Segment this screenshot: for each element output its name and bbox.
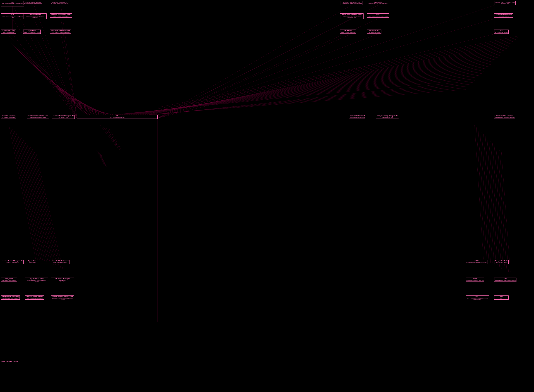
- node-dps-comm[interactable]: DPS DPS Communications Service: [77, 115, 158, 119]
- node-county-sheriff[interactable]: County Sheriff County Public Safety Disp…: [1, 278, 17, 282]
- node-sub: County Road and Bridge: [2, 32, 15, 33]
- node-sub: Municipal PWD: [495, 3, 515, 5]
- svg-line-126: [487, 138, 496, 265]
- node-txdot-abilene[interactable]: TxDOT TxDOT Abilene District Traffic Con…: [466, 295, 489, 301]
- node-txdot4[interactable]: TxDOT TxDOT: [494, 295, 509, 300]
- node-txdot3[interactable]: TxDOT TxDOT Central Texas Maintenance Se…: [367, 14, 389, 18]
- node-title: DPS Division of Emergency Management: [52, 278, 74, 281]
- node-rail-operations[interactable]: Rail Operations Center Rail Operations C…: [494, 260, 509, 264]
- node-tceq[interactable]: Texas Commission on Environmental TCEQ M…: [27, 115, 49, 119]
- node-title: Pipeline Group: [26, 260, 39, 262]
- node-dps-emergency[interactable]: DPS DPS Emergency Vehicles: [494, 30, 509, 34]
- svg-line-34: [32, 65, 91, 115]
- node-sub: City of Brentwood EOC: [377, 117, 398, 118]
- node-central-texas-rural[interactable]: Central Texas Rural Transit District CAR…: [50, 30, 71, 34]
- svg-line-144: [98, 151, 104, 165]
- node-municipal-police[interactable]: Municipal/County Public Safety Municipal…: [1, 295, 20, 300]
- node-independent-school[interactable]: Independent School Districts Independent…: [23, 1, 42, 5]
- node-title: Abilene Fire Department: [2, 115, 15, 117]
- svg-line-31: [27, 59, 89, 115]
- svg-line-123: [482, 132, 491, 263]
- node-sub: National Weather Service Operations Offi…: [495, 280, 516, 281]
- node-txdot-crash[interactable]: TxDOT TxDOT Statewide Crash Reporting Sy…: [466, 260, 488, 264]
- node-municipal-public-works[interactable]: Municipal Public Works Department Munici…: [494, 1, 515, 5]
- svg-line-11: [158, 5, 494, 118]
- node-national-em[interactable]: National Emergency and Public Safety Wes…: [51, 295, 74, 301]
- node-city-abilene2[interactable]: City of Abilene City of Abilene Street S…: [340, 30, 356, 34]
- node-sub: City of Abilene Fire Dispatch: [2, 117, 15, 118]
- node-regional-medical[interactable]: Regional Medical Center Private and Coun…: [25, 278, 48, 283]
- svg-line-42: [46, 79, 98, 115]
- diagram-container: TxDOT TxDOT Statewide District Traffic M…: [0, 0, 534, 392]
- node-abilene-traffic[interactable]: Abilene Traffic Operations Division City…: [340, 14, 363, 19]
- svg-line-12: [158, 19, 351, 118]
- node-sub: West Central Texas Incident and Mutual A…: [52, 298, 74, 300]
- node-national-weather[interactable]: NWS National Weather Service Operations …: [494, 278, 516, 282]
- svg-line-116: [106, 127, 120, 149]
- node-sub: Capodichino Families Transportation Oper…: [24, 16, 46, 19]
- svg-line-51: [63, 95, 107, 115]
- node-county-municipal-eoc[interactable]: County and Municipal Emergency Man Count…: [1, 260, 24, 264]
- svg-line-56: [72, 104, 111, 115]
- node-brentwood-police[interactable]: Brentwood Police Department City of Bren…: [494, 115, 515, 119]
- node-county-municipal-em1[interactable]: County and Municipal Emergency Man City …: [52, 115, 75, 119]
- node-title: National Emergency and Public Safety: [52, 296, 74, 298]
- node-sub: Commercial Vehicles: [495, 16, 512, 17]
- svg-line-0: [13, 5, 77, 118]
- node-pipeline-group[interactable]: Pipeline Group Pipeline Group: [25, 260, 39, 264]
- svg-line-30: [25, 57, 89, 115]
- node-county-municipal-em2[interactable]: County and Municipal Emergency Man City …: [376, 115, 399, 119]
- node-sub: City of Abilene Street Services: [341, 32, 355, 33]
- svg-line-53: [66, 98, 109, 115]
- node-aquamount[interactable]: Aquamount Small Business Express Granite…: [50, 14, 72, 18]
- node-capodichino[interactable]: Capodichino Families Capodichino Familie…: [23, 14, 46, 19]
- node-dps-emergency-mgmt[interactable]: DPS Division of Emergency Management Sta…: [51, 278, 74, 283]
- svg-line-39: [41, 73, 97, 115]
- node-sub: City of Brentwood Traffic Operations Cen…: [341, 3, 362, 5]
- node-txdot-district[interactable]: TxDOT TxDOT Statewide District Web Page: [466, 278, 484, 282]
- node-txdot2[interactable]: TxDOT TxDOT Abilene District Traffic Man…: [1, 14, 24, 19]
- node-sub: TxDOT Central Texas Maintenance Section: [368, 16, 388, 17]
- svg-line-84: [158, 81, 474, 115]
- svg-line-99: [13, 129, 39, 260]
- node-title: TxDOT: [2, 14, 23, 15]
- svg-line-81: [118, 75, 480, 115]
- node-title: TxDOT: [466, 278, 484, 280]
- node-txdot-statewide[interactable]: TxDOT TxDOT Statewide District Traffic M…: [1, 1, 24, 6]
- node-sub: Private Tow/Wrecker Dispatch: [52, 262, 69, 263]
- svg-line-97: [9, 125, 36, 260]
- node-county-road[interactable]: County Road and Bridge County Road and B…: [1, 30, 16, 34]
- node-brentwood-street[interactable]: Brentwood Street Department City of Bren…: [340, 1, 362, 5]
- svg-line-50: [61, 93, 106, 115]
- node-abilene-police[interactable]: Abilene Police Department City of Abilen…: [349, 115, 365, 119]
- svg-line-130: [494, 145, 503, 269]
- node-capital-transit[interactable]: Capital Transit Capital Transit Operatio…: [23, 30, 41, 34]
- svg-line-121: [478, 129, 487, 261]
- node-private-tow[interactable]: Private Tow/Wrecker Providers Private To…: [51, 260, 70, 264]
- node-title: City of Brentwood: [368, 30, 381, 32]
- node-commercial-vehicle2[interactable]: Commercial Vehicle Operations Private Fl…: [25, 295, 44, 300]
- svg-line-63: [150, 43, 512, 115]
- svg-line-89: [149, 89, 466, 115]
- node-title: Hill Country Transit District: [51, 1, 68, 3]
- node-city-brentwood[interactable]: City of Brentwood City of Brentwood PWD: [367, 30, 381, 34]
- node-abilene-fire[interactable]: Abilene Fire Department City of Abilene …: [1, 115, 16, 119]
- svg-line-124: [483, 134, 492, 263]
- svg-line-55: [70, 102, 111, 115]
- node-commercial-vehicle[interactable]: Commercial Vehicle Operations Commercial…: [494, 14, 513, 18]
- svg-line-59: [158, 36, 519, 107]
- svg-line-29: [23, 56, 89, 115]
- node-title: Regional Medical Center: [26, 278, 48, 280]
- node-title: TxDOT: [495, 296, 508, 298]
- svg-line-72: [134, 59, 496, 115]
- node-hill-country-transit[interactable]: Hill Country Transit District Hill Count…: [50, 1, 69, 5]
- svg-line-65: [147, 47, 509, 115]
- svg-line-106: [25, 141, 52, 263]
- node-county-public-safety-dispatch[interactable]: County Public Safety Dispatch: [0, 360, 18, 363]
- node-title: County Sheriff: [2, 278, 16, 280]
- node-title: Rail Operations Center: [495, 260, 508, 262]
- node-sub: Capital Transit Operations Center: [24, 32, 40, 33]
- svg-line-114: [102, 125, 118, 147]
- node-city-abilene-top[interactable]: City of Abilene City of Abilene Traffic …: [367, 1, 388, 5]
- svg-line-49: [59, 91, 106, 115]
